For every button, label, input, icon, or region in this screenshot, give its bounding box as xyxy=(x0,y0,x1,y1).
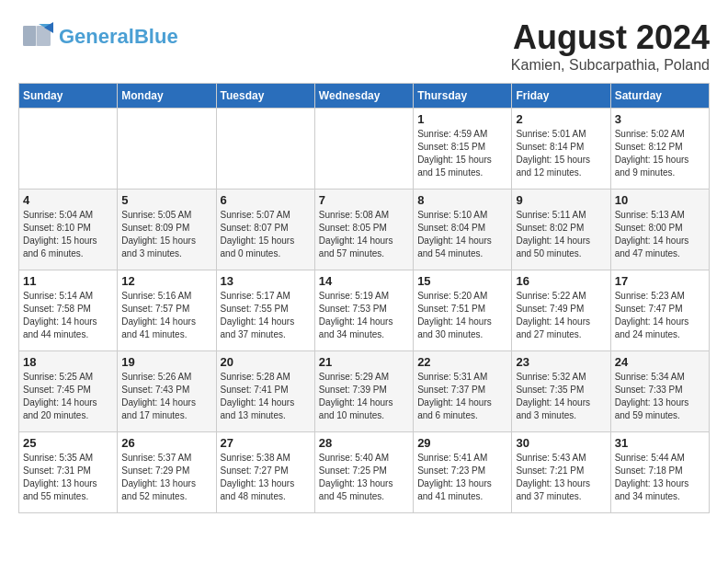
calendar-cell: 31Sunrise: 5:44 AMSunset: 7:18 PMDayligh… xyxy=(610,432,709,513)
day-info: Sunrise: 4:59 AMSunset: 8:15 PMDaylight:… xyxy=(417,128,507,179)
calendar-week-5: 25Sunrise: 5:35 AMSunset: 7:31 PMDayligh… xyxy=(19,432,710,513)
day-info: Sunrise: 5:16 AMSunset: 7:57 PMDaylight:… xyxy=(121,290,211,341)
calendar-cell: 19Sunrise: 5:26 AMSunset: 7:43 PMDayligh… xyxy=(118,351,216,432)
page-title: August 2024 xyxy=(511,18,710,57)
day-info: Sunrise: 5:22 AMSunset: 7:49 PMDaylight:… xyxy=(516,290,606,341)
calendar-cell: 7Sunrise: 5:08 AMSunset: 8:05 PMDaylight… xyxy=(314,190,413,270)
calendar-cell: 13Sunrise: 5:17 AMSunset: 7:55 PMDayligh… xyxy=(216,270,314,351)
calendar-cell: 1Sunrise: 4:59 AMSunset: 8:15 PMDaylight… xyxy=(414,109,512,190)
day-number: 9 xyxy=(516,193,606,207)
calendar-cell: 20Sunrise: 5:28 AMSunset: 7:41 PMDayligh… xyxy=(216,351,314,432)
day-info: Sunrise: 5:05 AMSunset: 8:09 PMDaylight:… xyxy=(121,209,211,260)
calendar-cell: 28Sunrise: 5:40 AMSunset: 7:25 PMDayligh… xyxy=(314,432,413,513)
logo-icon xyxy=(18,18,55,55)
day-info: Sunrise: 5:07 AMSunset: 8:07 PMDaylight:… xyxy=(221,209,311,260)
day-number: 18 xyxy=(23,355,113,369)
calendar-header-row: SundayMondayTuesdayWednesdayThursdayFrid… xyxy=(19,84,710,109)
weekday-header-saturday: Saturday xyxy=(610,84,709,109)
day-number: 16 xyxy=(516,274,606,288)
day-number: 13 xyxy=(221,274,311,288)
calendar-cell: 3Sunrise: 5:02 AMSunset: 8:12 PMDaylight… xyxy=(610,109,709,190)
svg-rect-2 xyxy=(23,26,36,46)
calendar-cell: 5Sunrise: 5:05 AMSunset: 8:09 PMDaylight… xyxy=(118,190,216,270)
day-number: 29 xyxy=(417,436,507,450)
calendar-cell: 4Sunrise: 5:04 AMSunset: 8:10 PMDaylight… xyxy=(19,190,118,270)
day-number: 30 xyxy=(516,436,606,450)
day-info: Sunrise: 5:25 AMSunset: 7:45 PMDaylight:… xyxy=(23,371,113,422)
calendar-cell: 11Sunrise: 5:14 AMSunset: 7:58 PMDayligh… xyxy=(19,270,118,351)
weekday-header-monday: Monday xyxy=(118,84,216,109)
page-header: GeneralBlue August 2024 Kamien, Subcarpa… xyxy=(18,18,710,74)
weekday-header-wednesday: Wednesday xyxy=(314,84,413,109)
day-number: 11 xyxy=(23,274,113,288)
weekday-header-sunday: Sunday xyxy=(19,84,118,109)
day-number: 23 xyxy=(516,355,606,369)
day-number: 24 xyxy=(615,355,705,369)
calendar-cell: 23Sunrise: 5:32 AMSunset: 7:35 PMDayligh… xyxy=(512,351,610,432)
day-info: Sunrise: 5:31 AMSunset: 7:37 PMDaylight:… xyxy=(417,371,507,422)
calendar-cell: 22Sunrise: 5:31 AMSunset: 7:37 PMDayligh… xyxy=(414,351,512,432)
calendar-cell: 8Sunrise: 5:10 AMSunset: 8:04 PMDaylight… xyxy=(414,190,512,270)
day-number: 12 xyxy=(121,274,211,288)
day-number: 10 xyxy=(615,193,705,207)
logo-general: General xyxy=(59,25,134,48)
day-number: 17 xyxy=(615,274,705,288)
day-number: 22 xyxy=(417,355,507,369)
calendar-cell: 25Sunrise: 5:35 AMSunset: 7:31 PMDayligh… xyxy=(19,432,118,513)
day-number: 19 xyxy=(121,355,211,369)
day-info: Sunrise: 5:37 AMSunset: 7:29 PMDaylight:… xyxy=(121,452,211,503)
calendar-week-4: 18Sunrise: 5:25 AMSunset: 7:45 PMDayligh… xyxy=(19,351,710,432)
calendar-cell: 9Sunrise: 5:11 AMSunset: 8:02 PMDaylight… xyxy=(512,190,610,270)
calendar-table: SundayMondayTuesdayWednesdayThursdayFrid… xyxy=(18,83,710,513)
day-number: 2 xyxy=(516,112,606,126)
calendar-week-3: 11Sunrise: 5:14 AMSunset: 7:58 PMDayligh… xyxy=(19,270,710,351)
day-number: 8 xyxy=(417,193,507,207)
day-info: Sunrise: 5:13 AMSunset: 8:00 PMDaylight:… xyxy=(615,209,705,260)
calendar-cell: 12Sunrise: 5:16 AMSunset: 7:57 PMDayligh… xyxy=(118,270,216,351)
day-info: Sunrise: 5:26 AMSunset: 7:43 PMDaylight:… xyxy=(121,371,211,422)
calendar-cell xyxy=(314,109,413,190)
calendar-cell: 17Sunrise: 5:23 AMSunset: 7:47 PMDayligh… xyxy=(610,270,709,351)
page-subtitle: Kamien, Subcarpathia, Poland xyxy=(511,57,710,74)
calendar-cell: 15Sunrise: 5:20 AMSunset: 7:51 PMDayligh… xyxy=(414,270,512,351)
day-number: 28 xyxy=(319,436,409,450)
logo: GeneralBlue xyxy=(18,18,178,55)
calendar-cell: 16Sunrise: 5:22 AMSunset: 7:49 PMDayligh… xyxy=(512,270,610,351)
calendar-cell: 2Sunrise: 5:01 AMSunset: 8:14 PMDaylight… xyxy=(512,109,610,190)
day-number: 21 xyxy=(319,355,409,369)
day-info: Sunrise: 5:43 AMSunset: 7:21 PMDaylight:… xyxy=(516,452,606,503)
day-number: 31 xyxy=(615,436,705,450)
logo-blue: Blue xyxy=(134,25,178,48)
day-info: Sunrise: 5:20 AMSunset: 7:51 PMDaylight:… xyxy=(417,290,507,341)
title-block: August 2024 Kamien, Subcarpathia, Poland xyxy=(511,18,710,74)
day-number: 26 xyxy=(121,436,211,450)
day-info: Sunrise: 5:29 AMSunset: 7:39 PMDaylight:… xyxy=(319,371,409,422)
weekday-header-thursday: Thursday xyxy=(414,84,512,109)
calendar-cell: 24Sunrise: 5:34 AMSunset: 7:33 PMDayligh… xyxy=(610,351,709,432)
day-number: 20 xyxy=(221,355,311,369)
day-info: Sunrise: 5:01 AMSunset: 8:14 PMDaylight:… xyxy=(516,128,606,179)
calendar-cell xyxy=(19,109,118,190)
day-info: Sunrise: 5:10 AMSunset: 8:04 PMDaylight:… xyxy=(417,209,507,260)
day-info: Sunrise: 5:04 AMSunset: 8:10 PMDaylight:… xyxy=(23,209,113,260)
day-number: 3 xyxy=(615,112,705,126)
day-info: Sunrise: 5:23 AMSunset: 7:47 PMDaylight:… xyxy=(615,290,705,341)
day-info: Sunrise: 5:28 AMSunset: 7:41 PMDaylight:… xyxy=(221,371,311,422)
day-number: 5 xyxy=(121,193,211,207)
day-number: 1 xyxy=(417,112,507,126)
calendar-cell: 10Sunrise: 5:13 AMSunset: 8:00 PMDayligh… xyxy=(610,190,709,270)
day-info: Sunrise: 5:40 AMSunset: 7:25 PMDaylight:… xyxy=(319,452,409,503)
day-number: 25 xyxy=(23,436,113,450)
calendar-cell xyxy=(216,109,314,190)
logo-name: GeneralBlue xyxy=(59,27,178,47)
day-info: Sunrise: 5:34 AMSunset: 7:33 PMDaylight:… xyxy=(615,371,705,422)
day-info: Sunrise: 5:41 AMSunset: 7:23 PMDaylight:… xyxy=(417,452,507,503)
calendar-cell: 18Sunrise: 5:25 AMSunset: 7:45 PMDayligh… xyxy=(19,351,118,432)
calendar-cell: 29Sunrise: 5:41 AMSunset: 7:23 PMDayligh… xyxy=(414,432,512,513)
day-info: Sunrise: 5:38 AMSunset: 7:27 PMDaylight:… xyxy=(221,452,311,503)
day-number: 4 xyxy=(23,193,113,207)
day-info: Sunrise: 5:02 AMSunset: 8:12 PMDaylight:… xyxy=(615,128,705,179)
day-number: 7 xyxy=(319,193,409,207)
day-number: 15 xyxy=(417,274,507,288)
day-info: Sunrise: 5:32 AMSunset: 7:35 PMDaylight:… xyxy=(516,371,606,422)
